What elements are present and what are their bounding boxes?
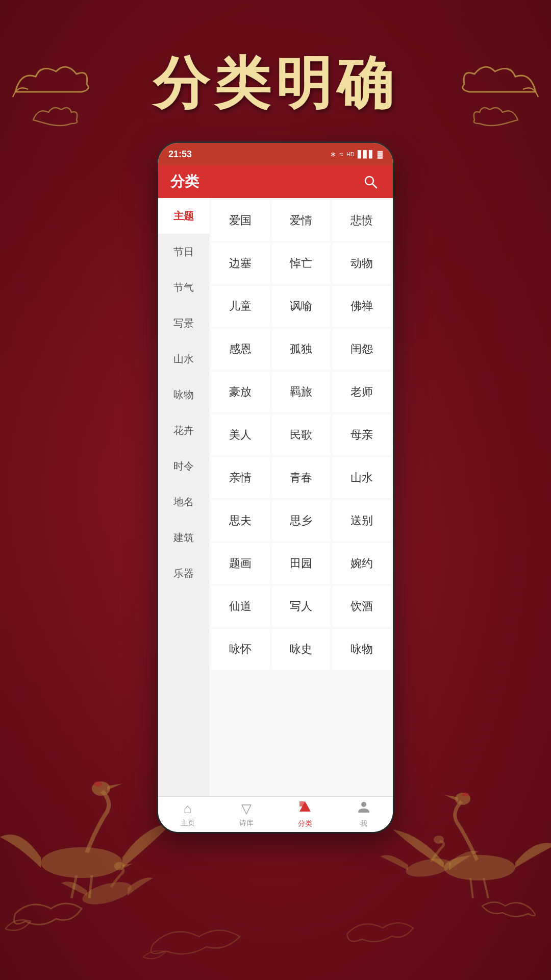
grid-cell-10-1[interactable]: 咏史: [272, 629, 331, 670]
grid-cell-8-0[interactable]: 题画: [211, 543, 270, 584]
svg-point-2: [94, 781, 102, 787]
grid-cell-3-2[interactable]: 闺怨: [332, 329, 391, 370]
grid-cell-6-2[interactable]: 山水: [332, 457, 391, 498]
grid-cell-0-0[interactable]: 爱国: [211, 200, 270, 241]
sidebar-item-4[interactable]: 山水: [158, 341, 209, 377]
grid-cell-1-0[interactable]: 边塞: [211, 243, 270, 284]
grid-row-7: 思夫 思乡 送别: [211, 500, 391, 541]
grid-cell-4-1[interactable]: 羁旅: [272, 372, 331, 412]
sidebar-item-9[interactable]: 建筑: [158, 520, 209, 555]
grid-row-8: 题画 田园 婉约: [211, 543, 391, 584]
bluetooth-icon: ∗: [330, 150, 336, 158]
grid-cell-10-2[interactable]: 咏物: [332, 629, 391, 670]
grid-cell-0-2[interactable]: 悲愤: [332, 200, 391, 241]
sidebar-item-7[interactable]: 时令: [158, 448, 209, 484]
svg-point-13: [434, 836, 444, 844]
grid-row-3: 感恩 孤独 闺怨: [211, 329, 391, 370]
category-svg: [298, 800, 312, 814]
nav-label-shiku: 诗库: [239, 819, 254, 828]
nav-label-home: 主页: [181, 819, 195, 828]
svg-rect-17: [299, 801, 305, 806]
grid-row-5: 美人 民歌 母亲: [211, 414, 391, 455]
category-icon: [298, 800, 312, 817]
status-icons: ∗ ≈ HD ▋▋▋ ▓: [330, 150, 383, 158]
nav-item-me[interactable]: 我: [334, 800, 393, 828]
grid-row-0: 爱国 爱情 悲愤: [211, 200, 391, 241]
nav-label-me: 我: [360, 819, 367, 828]
nav-item-shiku[interactable]: ▽ 诗库: [217, 801, 276, 828]
grid-cell-3-1[interactable]: 孤独: [272, 329, 331, 370]
sidebar-item-2[interactable]: 节气: [158, 270, 209, 305]
nav-item-home[interactable]: ⌂ 主页: [158, 801, 217, 828]
filter-icon: ▽: [241, 801, 252, 817]
grid-cell-8-1[interactable]: 田园: [272, 543, 331, 584]
grid-row-9: 仙道 写人 饮酒: [211, 586, 391, 627]
grid-cell-7-0[interactable]: 思夫: [211, 500, 270, 541]
grid-cell-5-0[interactable]: 美人: [211, 414, 270, 455]
app-header: 分类: [158, 165, 393, 198]
grid-row-4: 豪放 羁旅 老师: [211, 372, 391, 412]
grid-row-6: 亲情 青春 山水: [211, 457, 391, 498]
grid-cell-9-2[interactable]: 饮酒: [332, 586, 391, 627]
status-time: 21:53: [168, 149, 192, 160]
grid-cell-9-1[interactable]: 写人: [272, 586, 331, 627]
search-button[interactable]: [360, 172, 381, 192]
sidebar-item-3[interactable]: 写景: [158, 305, 209, 341]
sidebar-item-0[interactable]: 主题: [158, 198, 209, 234]
nav-item-fenlei[interactable]: 分类: [276, 800, 334, 828]
nav-label-fenlei: 分类: [298, 819, 312, 828]
grid-cell-4-2[interactable]: 老师: [332, 372, 391, 412]
person-svg: [357, 800, 370, 814]
signal-icon: ▋▋▋: [358, 150, 374, 158]
grid-cell-1-2[interactable]: 动物: [332, 243, 391, 284]
page-title: 分类明确: [0, 46, 551, 122]
sidebar-item-6[interactable]: 花卉: [158, 412, 209, 448]
phone-frame: 21:53 ∗ ≈ HD ▋▋▋ ▓ 分类: [158, 143, 393, 832]
svg-point-7: [462, 793, 469, 797]
grid-row-10: 咏怀 咏史 咏物: [211, 629, 391, 670]
sidebar-item-5[interactable]: 咏物: [158, 377, 209, 412]
search-icon: [363, 175, 378, 189]
sidebar: 主题 节日 节气 写景 山水 咏物 花卉: [158, 198, 209, 796]
phone-container: 21:53 ∗ ≈ HD ▋▋▋ ▓ 分类: [158, 143, 393, 832]
svg-point-18: [361, 802, 366, 807]
bottom-nav: ⌂ 主页 ▽ 诗库 分类: [158, 796, 393, 832]
svg-point-12: [405, 855, 453, 879]
svg-line-15: [372, 184, 377, 188]
grid-cell-6-1[interactable]: 青春: [272, 457, 331, 498]
grid-cell-7-1[interactable]: 思乡: [272, 500, 331, 541]
grid-cell-8-2[interactable]: 婉约: [332, 543, 391, 584]
home-icon: ⌂: [184, 801, 192, 817]
sidebar-item-10[interactable]: 乐器: [158, 555, 209, 591]
grid-cell-1-1[interactable]: 悼亡: [272, 243, 331, 284]
status-bar: 21:53 ∗ ≈ HD ▋▋▋ ▓: [158, 143, 393, 165]
grid-cell-7-2[interactable]: 送别: [332, 500, 391, 541]
header-title: 分类: [170, 172, 199, 191]
content-area: 主题 节日 节气 写景 山水 咏物 花卉: [158, 198, 393, 796]
grid-cell-9-0[interactable]: 仙道: [211, 586, 270, 627]
grid-cell-4-0[interactable]: 豪放: [211, 372, 270, 412]
grid-cell-3-0[interactable]: 感恩: [211, 329, 270, 370]
grid-cell-5-2[interactable]: 母亲: [332, 414, 391, 455]
grid-area: 爱国 爱情 悲愤 边塞 悼亡 动物 儿童 讽喻 佛禅 感恩 孤独 闺怨: [209, 198, 393, 796]
battery-icon: ▓: [378, 150, 383, 158]
wifi-icon: ≈: [339, 150, 343, 158]
crane-decoration-bottom: [51, 817, 500, 970]
grid-cell-6-0[interactable]: 亲情: [211, 457, 270, 498]
svg-point-10: [80, 878, 134, 909]
hd-icon: HD: [346, 151, 355, 157]
grid-cell-0-1[interactable]: 爱情: [272, 200, 331, 241]
sidebar-item-8[interactable]: 地名: [158, 484, 209, 520]
grid-cell-10-0[interactable]: 咏怀: [211, 629, 270, 670]
grid-cell-2-2[interactable]: 佛禅: [332, 286, 391, 327]
grid-row-2: 儿童 讽喻 佛禅: [211, 286, 391, 327]
grid-cell-5-1[interactable]: 民歌: [272, 414, 331, 455]
grid-cell-2-0[interactable]: 儿童: [211, 286, 270, 327]
grid-row-1: 边塞 悼亡 动物: [211, 243, 391, 284]
person-icon: [357, 800, 370, 817]
sidebar-item-1[interactable]: 节日: [158, 234, 209, 270]
grid-cell-2-1[interactable]: 讽喻: [272, 286, 331, 327]
